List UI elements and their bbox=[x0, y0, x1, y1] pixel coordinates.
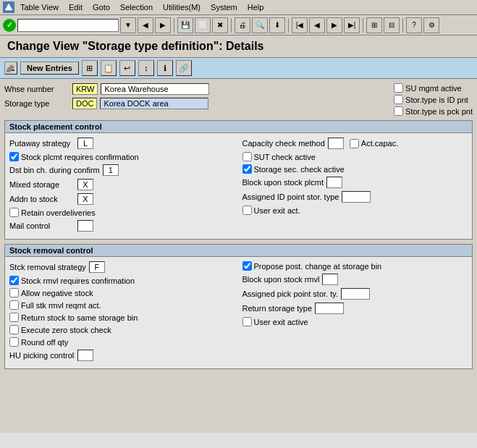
menu-edit[interactable]: Edit bbox=[64, 1, 87, 13]
putaway-input[interactable] bbox=[77, 138, 93, 149]
actcapac-checkbox[interactable]: Act.capac. bbox=[350, 139, 398, 148]
toolbar-first[interactable]: |◀ bbox=[292, 17, 308, 33]
zero-stock-row: Execute zero stock check bbox=[9, 325, 235, 334]
toolbar-help[interactable]: ? bbox=[406, 17, 422, 33]
user-exit-plcmt-input[interactable] bbox=[242, 206, 252, 215]
assigned-id-input[interactable] bbox=[342, 191, 371, 203]
user-exit-rmvl-input[interactable] bbox=[242, 317, 252, 326]
block-plcmt-row: Block upon stock plcmt bbox=[242, 177, 468, 188]
sut-check-label: SUT check active bbox=[254, 153, 316, 161]
block-plcmt-input[interactable] bbox=[326, 177, 342, 188]
return-stor-input[interactable] bbox=[315, 303, 344, 314]
toolbar-settings[interactable]: ⚙ bbox=[423, 17, 439, 33]
toolbar-back[interactable]: ◀ bbox=[138, 17, 153, 33]
command-input[interactable] bbox=[17, 19, 119, 32]
placement-right: Capacity check method Act.capac. SUT che… bbox=[242, 138, 468, 234]
su-mgmt-input[interactable] bbox=[394, 83, 403, 93]
toolbar-print[interactable]: 🖨 bbox=[235, 17, 250, 33]
stor-pck-checkbox[interactable]: Stor.type is pck pnt bbox=[394, 106, 473, 116]
stor-type-name: Korea DOCK area bbox=[100, 98, 208, 109]
hu-picking-input[interactable] bbox=[77, 350, 93, 361]
retain-over-label: Retain overdeliveries bbox=[21, 208, 96, 217]
sec-check-checkbox[interactable]: Storage sec. check active bbox=[242, 164, 345, 174]
sut-check-input[interactable] bbox=[242, 152, 252, 161]
user-exit-rmvl-row: User exit active bbox=[242, 317, 468, 326]
toolbar-find-next[interactable]: ⬇ bbox=[269, 17, 285, 33]
stck-strategy-input[interactable] bbox=[89, 261, 105, 273]
dst-bin-label: Dst bin ch. during confirm bbox=[9, 166, 100, 174]
neg-stock-checkbox[interactable]: Allow negative stock bbox=[9, 288, 93, 297]
retain-over-row: Retain overdeliveries bbox=[9, 208, 235, 217]
rmvl-confirm-checkbox[interactable]: Stock rmvl requires confirmation bbox=[9, 276, 135, 285]
round-off-checkbox[interactable]: Round off qty bbox=[9, 337, 68, 347]
toolbar-dropdown[interactable]: ▼ bbox=[120, 17, 136, 33]
menu-goto[interactable]: Goto bbox=[88, 1, 114, 13]
placement-left: Putaway strategy Stock plcmt requires co… bbox=[9, 138, 235, 234]
toolbar-last[interactable]: ▶| bbox=[344, 17, 360, 33]
retain-over-checkbox[interactable]: Retain overdeliveries bbox=[9, 208, 96, 217]
round-off-input[interactable] bbox=[9, 337, 19, 347]
dst-bin-input[interactable] bbox=[103, 164, 119, 176]
toolbar-find[interactable]: 🔍 bbox=[252, 17, 268, 33]
stor-pck-label: Stor.type is pck pnt bbox=[405, 107, 473, 116]
menu-selection[interactable]: Selection bbox=[116, 1, 157, 13]
stor-type-row: Storage type DOC Korea DOCK area bbox=[4, 98, 379, 109]
action-details[interactable]: ⊞ bbox=[82, 60, 98, 76]
menu-system[interactable]: System bbox=[206, 1, 242, 13]
toolbar-save[interactable]: 💾 bbox=[177, 17, 193, 33]
action-undo[interactable]: ↩ bbox=[119, 60, 135, 76]
toolbar-forward[interactable]: ▶ bbox=[155, 17, 171, 33]
toolbar-cancel[interactable]: ✖ bbox=[212, 17, 228, 33]
action-ref[interactable]: 🔗 bbox=[176, 60, 192, 76]
sec-check-input[interactable] bbox=[242, 164, 252, 174]
mail-control-input[interactable] bbox=[77, 220, 93, 232]
addn-stock-input[interactable] bbox=[77, 193, 93, 205]
action-copy[interactable]: 📋 bbox=[101, 60, 117, 76]
stor-pck-input[interactable] bbox=[394, 106, 403, 116]
zero-stock-input[interactable] bbox=[9, 325, 19, 334]
su-mgmt-checkbox[interactable]: SU mgmt active bbox=[394, 83, 473, 93]
block-rmvl-input[interactable] bbox=[322, 274, 338, 285]
sut-check-checkbox[interactable]: SUT check active bbox=[242, 152, 316, 161]
plcmt-confirm-input[interactable] bbox=[9, 152, 19, 161]
return-stock-label: Return stock to same storage bin bbox=[21, 313, 138, 322]
user-exit-plcmt-checkbox[interactable]: User exit act. bbox=[242, 206, 300, 215]
full-stk-input[interactable] bbox=[9, 300, 19, 310]
retain-over-input[interactable] bbox=[9, 208, 19, 217]
neg-stock-input[interactable] bbox=[9, 288, 19, 297]
toolbar-grid[interactable]: ⊟ bbox=[384, 17, 400, 33]
user-exit-rmvl-label: User exit active bbox=[254, 318, 308, 326]
menu-help[interactable]: Help bbox=[243, 1, 269, 13]
toolbar-shortcut[interactable]: ⬜ bbox=[195, 17, 211, 33]
stck-strategy-row: Stck removal strategy bbox=[9, 261, 235, 273]
zero-stock-checkbox[interactable]: Execute zero stock check bbox=[9, 325, 111, 334]
rmvl-confirm-input[interactable] bbox=[9, 276, 19, 285]
toolbar-prev[interactable]: ◀ bbox=[309, 17, 325, 33]
action-info[interactable]: ℹ bbox=[157, 60, 173, 76]
action-move[interactable]: ↕ bbox=[138, 60, 154, 76]
actcapac-input[interactable] bbox=[350, 139, 359, 148]
return-stor-label: Return storage type bbox=[242, 304, 313, 313]
return-stock-checkbox[interactable]: Return stock to same storage bin bbox=[9, 313, 138, 322]
stor-id-checkbox[interactable]: Stor.type is ID pnt bbox=[394, 95, 473, 104]
putaway-row: Putaway strategy bbox=[9, 138, 235, 149]
menu-utilities[interactable]: Utilities(M) bbox=[159, 1, 205, 13]
block-rmvl-label: Block upon stock rmvl bbox=[242, 275, 320, 284]
menu-tableview[interactable]: Table View bbox=[16, 1, 63, 13]
toolbar-tree[interactable]: ⊞ bbox=[366, 17, 382, 33]
stor-id-input[interactable] bbox=[394, 95, 403, 104]
capacity-input[interactable] bbox=[328, 138, 344, 149]
full-stk-checkbox[interactable]: Full stk rmvl reqmt act. bbox=[9, 300, 101, 310]
addn-stock-row: Addn to stock bbox=[9, 193, 235, 205]
plcmt-confirm-checkbox[interactable]: Stock plcmt requires confirmation bbox=[9, 152, 139, 161]
mixed-storage-input[interactable] bbox=[77, 179, 93, 190]
mail-control-row: Mail control bbox=[9, 220, 235, 232]
return-stock-input[interactable] bbox=[9, 313, 19, 322]
assigned-pick-input[interactable] bbox=[341, 288, 370, 300]
user-exit-rmvl-checkbox[interactable]: User exit active bbox=[242, 317, 308, 326]
removal-left: Stck removal strategy Stock rmvl require… bbox=[9, 261, 235, 364]
toolbar-next[interactable]: ▶ bbox=[326, 17, 342, 33]
propose-post-checkbox[interactable]: Propose post. change at storage bin bbox=[242, 261, 382, 271]
new-entries-button[interactable]: New Entries bbox=[20, 62, 79, 75]
propose-post-input[interactable] bbox=[242, 261, 252, 271]
